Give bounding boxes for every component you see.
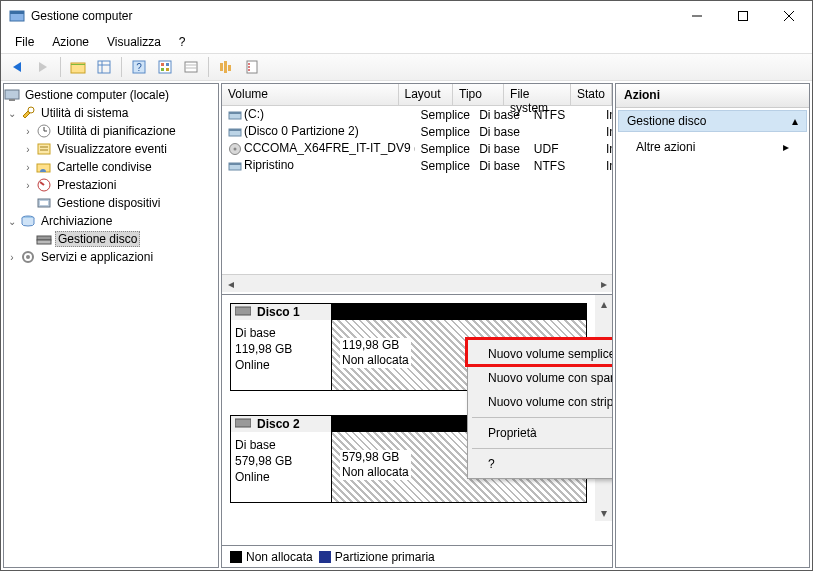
col-status[interactable]: Stato (571, 84, 612, 105)
ctx-properties[interactable]: Proprietà (470, 421, 612, 445)
svg-rect-3 (739, 12, 748, 21)
tree-services[interactable]: › Servizi e applicazioni (4, 248, 218, 266)
col-volume[interactable]: Volume (222, 84, 399, 105)
scroll-down-icon[interactable]: ▾ (595, 504, 612, 521)
ctx-new-simple-volume[interactable]: Nuovo volume semplice... (470, 342, 612, 366)
menu-view[interactable]: Visualizza (99, 33, 169, 51)
context-menu: Nuovo volume semplice... Nuovo volume co… (467, 339, 612, 479)
volume-icon (228, 159, 242, 173)
volume-row[interactable]: RipristinoSempliceDi baseNTFSIntegro (222, 157, 612, 174)
app-window: Gestione computer File Azione Visualizza… (0, 0, 813, 571)
tree-shared-folders[interactable]: › Cartelle condivise (4, 158, 218, 176)
svg-rect-15 (166, 63, 169, 66)
expand-icon[interactable]: › (20, 126, 36, 137)
disk-type: Di base (235, 438, 276, 452)
volume-icon (228, 108, 242, 122)
performance-icon (36, 177, 52, 193)
scroll-left-icon[interactable]: ◂ (222, 275, 239, 292)
menu-help[interactable]: ? (171, 33, 194, 51)
expand-icon[interactable]: › (20, 144, 36, 155)
ctx-help[interactable]: ? (470, 452, 612, 476)
list-button[interactable] (179, 55, 203, 79)
disk-type: Di base (235, 326, 276, 340)
tree-system-tools[interactable]: ⌄ Utilità di sistema (4, 104, 218, 122)
menubar: File Azione Visualizza ? (1, 31, 812, 53)
properties-button[interactable] (240, 55, 264, 79)
volume-icon (228, 125, 242, 139)
expand-icon[interactable]: › (4, 252, 20, 263)
svg-point-26 (248, 66, 250, 68)
disk-graphical-area[interactable]: Disco 1Di base119,98 GBOnline119,98 GBNo… (222, 294, 612, 543)
maximize-button[interactable] (720, 1, 766, 31)
folder-button[interactable] (66, 55, 90, 79)
view-button[interactable] (92, 55, 116, 79)
tree-device-manager[interactable]: Gestione dispositivi (4, 194, 218, 212)
svg-rect-14 (161, 63, 164, 66)
col-filesystem[interactable]: File system (504, 84, 571, 105)
expand-icon[interactable]: › (20, 180, 36, 191)
menu-action[interactable]: Azione (44, 33, 97, 51)
svg-rect-54 (229, 163, 241, 165)
volume-list[interactable]: Volume Layout Tipo File system Stato (C:… (222, 84, 612, 292)
tree-storage[interactable]: ⌄ Archiviazione (4, 212, 218, 230)
shared-folder-icon (36, 159, 52, 175)
volume-row[interactable]: (Disco 0 Partizione 2)SempliceDi baseInt… (222, 123, 612, 140)
collapse-icon: ▴ (792, 114, 798, 128)
computer-icon (4, 87, 20, 103)
svg-rect-56 (235, 419, 251, 427)
disk-status: Online (235, 470, 270, 484)
svg-rect-21 (220, 63, 223, 71)
svg-rect-23 (228, 65, 231, 71)
expand-icon[interactable]: › (20, 162, 36, 173)
disk-size: 119,98 GB (235, 342, 292, 356)
minimize-button[interactable] (674, 1, 720, 31)
help-button[interactable]: ? (127, 55, 151, 79)
titlebar: Gestione computer (1, 1, 812, 31)
tree-task-scheduler[interactable]: › Utilità di pianificazione (4, 122, 218, 140)
col-layout[interactable]: Layout (399, 84, 454, 105)
ctx-new-striped-volume[interactable]: Nuovo volume con striping... (470, 390, 612, 414)
actions-section[interactable]: Gestione disco ▴ (618, 110, 807, 132)
svg-rect-29 (9, 99, 15, 101)
svg-rect-16 (161, 68, 164, 71)
expand-icon[interactable]: ⌄ (4, 216, 20, 227)
scroll-up-icon[interactable]: ▴ (595, 295, 612, 312)
disk-info: Disco 2Di base579,98 GBOnline (231, 416, 332, 502)
expand-icon[interactable]: ⌄ (4, 108, 20, 119)
volume-row[interactable]: CCCOMA_X64FRE_IT-IT_DV9 (D:)SempliceDi b… (222, 140, 612, 157)
svg-rect-43 (37, 236, 51, 240)
menu-file[interactable]: File (7, 33, 42, 51)
window-title: Gestione computer (31, 9, 674, 23)
svg-point-52 (234, 147, 237, 150)
back-button[interactable] (5, 55, 29, 79)
horizontal-scrollbar[interactable]: ◂ ▸ (222, 274, 612, 292)
col-type[interactable]: Tipo (453, 84, 504, 105)
services-icon (20, 249, 36, 265)
actions-pane: Azioni Gestione disco ▴ Altre azioni ▸ (615, 83, 810, 568)
tree-disk-management[interactable]: Gestione disco (4, 230, 218, 248)
svg-rect-7 (71, 64, 85, 65)
tree-event-viewer[interactable]: › Visualizzatore eventi (4, 140, 218, 158)
tree-pane[interactable]: Gestione computer (locale) ⌄ Utilità di … (3, 83, 219, 568)
tree-performance[interactable]: › Prestazioni (4, 176, 218, 194)
svg-point-25 (248, 63, 250, 65)
settings-button[interactable] (153, 55, 177, 79)
ctx-new-spanned-volume[interactable]: Nuovo volume con spanning... (470, 366, 612, 390)
clock-icon (36, 123, 52, 139)
actions-more[interactable]: Altre azioni ▸ (616, 134, 809, 160)
disk-size: 579,98 GB (235, 454, 292, 468)
close-button[interactable] (766, 1, 812, 31)
partition-info: 119,98 GBNon allocata (340, 338, 411, 368)
device-icon (36, 195, 52, 211)
body: Gestione computer (locale) ⌄ Utilità di … (1, 81, 812, 570)
detail-button[interactable] (214, 55, 238, 79)
scroll-right-icon[interactable]: ▸ (595, 275, 612, 292)
svg-rect-34 (38, 144, 50, 154)
legend: Non allocata Partizione primaria (222, 545, 612, 567)
svg-rect-44 (37, 240, 51, 244)
svg-point-27 (248, 69, 250, 71)
forward-button[interactable] (31, 55, 55, 79)
disk-icon (235, 305, 251, 317)
volume-row[interactable]: (C:)SempliceDi baseNTFSIntegro (222, 106, 612, 123)
tree-root[interactable]: Gestione computer (locale) (4, 86, 218, 104)
